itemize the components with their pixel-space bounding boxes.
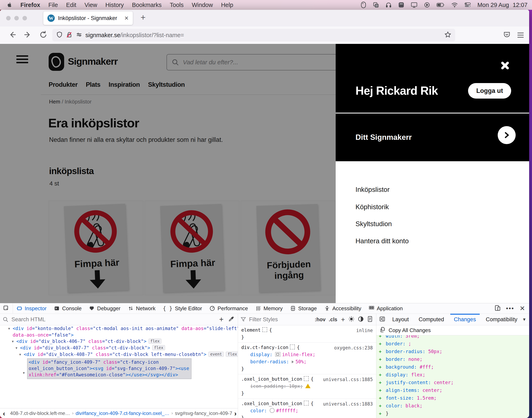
forward-button[interactable] <box>23 30 32 40</box>
keypad-icon[interactable] <box>398 2 404 8</box>
menubar-item-window[interactable]: Window <box>192 2 213 8</box>
html-tree[interactable]: ▼<div id="konto-module" class="ct-modal … <box>0 325 238 408</box>
expand-icon[interactable] <box>292 360 294 363</box>
devtools-tab-memory[interactable]: Memory <box>252 303 286 314</box>
rule-ct-fancy-icon[interactable]: div.ct-fancy-icon{ oxygen.css:238 displa… <box>238 343 376 374</box>
pocket-icon[interactable] <box>503 31 511 40</box>
dark-theme-icon[interactable] <box>358 316 364 323</box>
devtools-tab-storage[interactable]: Storage <box>286 303 321 314</box>
breadcrumb-selected[interactable]: div#fancy_icon-409-7.ct-fancy-icon.oxel_… <box>76 410 169 416</box>
search-html-input[interactable]: Search HTML <box>12 316 46 323</box>
app-menu-icon[interactable] <box>517 32 524 39</box>
selector-target-icon[interactable] <box>290 345 295 349</box>
sidebar-tab-computed[interactable]: Computed <box>414 314 449 325</box>
logout-button[interactable]: Logga ut <box>468 83 511 99</box>
sidebar-toggle-icon[interactable] <box>379 316 385 323</box>
rule-oxel-icon-button-1883[interactable]: .oxel_icon_button_icon{ universal.css:18… <box>238 399 376 418</box>
battery-icon[interactable] <box>436 2 445 8</box>
chevron-right-icon[interactable] <box>498 126 516 144</box>
element-picker-icon[interactable] <box>0 303 13 314</box>
light-theme-icon[interactable] <box>348 316 354 323</box>
url-bar[interactable]: signmaker.se/inkopslistor/?list-name= <box>52 29 455 41</box>
reload-button[interactable] <box>39 30 48 40</box>
devtools-tab-application[interactable]: Application <box>365 303 406 314</box>
browser-tab[interactable]: W Inköpslistor - Signmaker ✕ <box>43 12 133 25</box>
menubar-item-firefox[interactable]: Firefox <box>20 2 40 8</box>
window-minimize-button[interactable] <box>14 16 19 20</box>
sidebar-tabs-overflow-icon[interactable]: ▼ <box>522 317 526 322</box>
permissions-icon[interactable] <box>76 31 83 39</box>
screen-mirroring-icon[interactable] <box>373 2 379 8</box>
panel-item-inkopslistor[interactable]: Inköpslistor <box>355 186 390 194</box>
devtools-tab-inspector[interactable]: Inspector <box>13 303 50 314</box>
sidebar-tab-changes[interactable]: Changes <box>449 314 481 325</box>
add-node-button[interactable]: + <box>219 315 224 324</box>
mouse-status-icon[interactable] <box>361 1 366 8</box>
devtools-close-icon[interactable]: ✕ <box>520 304 525 312</box>
changes-diff[interactable]: +width: 3rem; +border: ; +border-radius:… <box>376 335 529 418</box>
copy-all-changes-row[interactable]: Copy All Changes <box>376 325 529 335</box>
devtools-tab-network[interactable]: Network <box>124 303 159 314</box>
selected-node[interactable]: ▼<div id="fancy_icon-409-7" class="ct-fa… <box>0 358 238 379</box>
selector-target-icon[interactable] <box>262 327 267 332</box>
menubar-item-tools[interactable]: Tools <box>170 2 184 8</box>
devtools-tab-accessibility[interactable]: Accessibility <box>321 303 365 314</box>
panel-item-kophistorik[interactable]: Köphistorik <box>355 203 389 211</box>
rule-oxel-icon-button-1885[interactable]: .oxel_icon_button_icon{ universal.css:18… <box>238 374 376 399</box>
panel-item-hantera-konto[interactable]: Hantera ditt konto <box>355 237 409 245</box>
tab-close-icon[interactable]: ✕ <box>124 15 129 22</box>
window-zoom-button[interactable] <box>23 16 27 20</box>
color-swatch[interactable] <box>270 408 275 413</box>
breadcrumb-back-icon[interactable]: ‹ <box>3 409 5 417</box>
sidebar-tab-compatibility[interactable]: Compatibility <box>481 314 522 325</box>
display-swatch-icon[interactable] <box>275 352 280 357</box>
shield-icon[interactable] <box>56 31 63 39</box>
devtools-tab-debugger[interactable]: Debugger <box>85 303 124 314</box>
selector-target-icon[interactable] <box>304 376 309 381</box>
url-text[interactable]: signmaker.se/inkopslistor/?list-name= <box>85 32 184 39</box>
pseudo-class-toggle[interactable]: :hov <box>315 317 326 323</box>
menubar-clock[interactable]: Mon 29 Aug12:07 <box>477 2 528 8</box>
page-content: Signmakerr Vad letar du efter?... Produk… <box>0 44 529 303</box>
devtools-tab-console[interactable]: Console <box>50 303 85 314</box>
wifi-icon[interactable] <box>451 2 458 8</box>
breadcrumb-child[interactable]: svg#svg-fancy_icon-409-7 <box>175 410 232 416</box>
breadcrumb-ancestor[interactable]: 408-7.ct-div-block.left-me… <box>10 410 70 416</box>
devtools-menu-icon[interactable]: ••• <box>506 305 514 312</box>
headphones-icon[interactable] <box>386 2 392 8</box>
rule-location[interactable]: universal.css:1885 <box>323 376 373 383</box>
new-tab-button[interactable]: + <box>141 13 146 23</box>
devtools-tab-performance[interactable]: Performance <box>206 303 252 314</box>
play-status-icon[interactable] <box>424 2 430 8</box>
rule-location[interactable]: universal.css:1883 <box>323 400 373 407</box>
filter-styles-input[interactable]: Filter Styles <box>249 316 278 323</box>
window-close-button[interactable] <box>6 16 11 20</box>
display-icon[interactable] <box>411 2 417 8</box>
menubar-item-help[interactable]: Help <box>221 2 233 8</box>
insecure-lock-icon[interactable] <box>66 31 73 39</box>
menubar-item-file[interactable]: File <box>48 2 58 8</box>
bookmark-star-icon[interactable] <box>444 31 451 39</box>
rule-location[interactable]: oxygen.css:238 <box>334 344 373 351</box>
eyedropper-icon[interactable] <box>228 316 234 323</box>
control-center-icon[interactable] <box>464 2 471 8</box>
selector-target-icon[interactable] <box>304 401 309 406</box>
apple-menu-icon[interactable] <box>6 2 13 8</box>
class-toggle[interactable]: .cls <box>329 317 337 323</box>
panel-item-skyltstudion[interactable]: Skyltstudion <box>355 220 392 228</box>
menubar-item-view[interactable]: View <box>84 2 97 8</box>
print-simulation-icon[interactable] <box>367 316 373 323</box>
panel-section-label[interactable]: Ditt Signmakerr <box>355 133 412 142</box>
devtools-tab-style-editor[interactable]: { } Style Editor <box>159 303 206 314</box>
back-button[interactable] <box>8 30 17 40</box>
menubar-item-edit[interactable]: Edit <box>66 2 76 8</box>
add-rule-button[interactable]: + <box>341 315 345 324</box>
sidebar-tab-layout[interactable]: Layout <box>387 314 414 325</box>
panel-close-icon[interactable] <box>500 60 510 71</box>
css-rules-list[interactable]: element{ inline } div.ct-fancy-icon{ oxy… <box>238 325 376 418</box>
responsive-design-icon[interactable] <box>494 305 501 312</box>
breadcrumb-forward-icon[interactable]: › <box>234 409 236 417</box>
menubar-item-bookmarks[interactable]: Bookmarks <box>132 2 162 8</box>
menubar-item-history[interactable]: History <box>105 2 124 8</box>
rule-element[interactable]: element{ inline } <box>238 325 376 343</box>
